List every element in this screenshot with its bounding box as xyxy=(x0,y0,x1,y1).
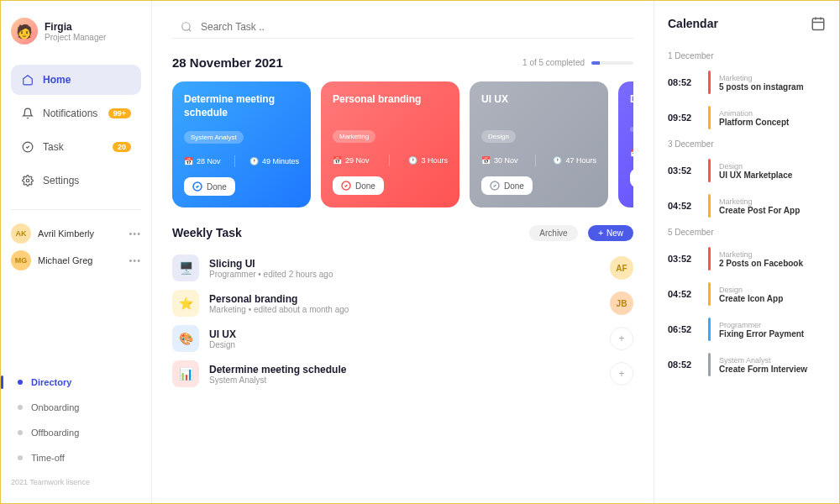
nav-home-label: Home xyxy=(43,74,71,86)
new-button[interactable]: +New xyxy=(588,225,633,241)
event-title: Platform Concept xyxy=(719,118,826,127)
team-name: Michael Greg xyxy=(38,255,92,265)
event-time: 04:52 xyxy=(668,289,700,299)
dir-directory[interactable]: Directory xyxy=(11,372,141,392)
task-type-icon: 🖥️ xyxy=(172,255,199,281)
event-time: 04:52 xyxy=(668,201,700,211)
event-time: 03:52 xyxy=(668,165,700,176)
user-block[interactable]: 🧑 Firgia Project Manager xyxy=(11,18,141,45)
card-meta: 📅29 Nov 🕐3 Hours xyxy=(333,155,448,166)
calendar-event[interactable]: 03:52 Marketing2 Posts on Facebook xyxy=(668,245,826,272)
nav-settings[interactable]: Settings xyxy=(11,165,141,196)
nav-notifications[interactable]: Notifications 99+ xyxy=(11,98,141,129)
add-button[interactable]: + xyxy=(610,362,633,386)
calendar-title: Calendar xyxy=(668,17,718,30)
calendar-event[interactable]: 06:52 ProgrammerFixing Error Payment xyxy=(668,316,826,343)
dir-offboarding[interactable]: Offboarding xyxy=(11,423,141,443)
event-color-bar xyxy=(708,282,711,306)
calendar-date-label: 1 December xyxy=(668,51,826,60)
event-category: Marketing xyxy=(719,197,826,206)
date-title: 28 November 2021 xyxy=(172,55,283,70)
task-card[interactable]: D se 📅 🕐 xyxy=(618,81,633,207)
task-card[interactable]: UI UX Design 📅30 Nov 🕐47 Hours Done xyxy=(470,81,608,207)
task-title: Slicing UI xyxy=(209,258,600,270)
event-time: 03:52 xyxy=(668,254,700,264)
nav-settings-label: Settings xyxy=(43,175,79,186)
progress-text: 1 of 5 completed xyxy=(522,58,585,67)
event-color-bar xyxy=(708,159,711,182)
dot-icon xyxy=(18,430,23,435)
event-category: Design xyxy=(719,162,826,171)
event-color-bar xyxy=(708,247,711,270)
date-header: 28 November 2021 1 of 5 completed xyxy=(172,55,633,70)
calendar-icon[interactable] xyxy=(811,16,826,31)
assignee-avatar[interactable]: AF xyxy=(610,256,633,280)
task-card[interactable]: Personal branding Marketing 📅29 Nov 🕐3 H… xyxy=(321,81,459,207)
event-title: UI UX Marketplace xyxy=(719,171,826,180)
task-title: Determine meeting schedule xyxy=(209,364,600,375)
event-title: 5 posts on instagram xyxy=(719,82,826,92)
event-color-bar xyxy=(708,353,711,376)
calendar-event[interactable]: 08:52 System AnalystCreate Form Intervie… xyxy=(668,351,826,378)
search-bar xyxy=(172,16,633,39)
calendar-event[interactable]: 04:52 MarketingCreate Post For App xyxy=(668,192,826,219)
progress-bar xyxy=(591,61,633,65)
event-color-bar xyxy=(708,194,711,218)
done-button[interactable]: Done xyxy=(481,176,533,195)
task-row[interactable]: 🖥️ Slicing UI Programmer • edited 2 hour… xyxy=(172,255,633,281)
done-button[interactable] xyxy=(630,169,633,187)
task-row[interactable]: ⭐ Personal branding Marketing • edited a… xyxy=(172,290,633,317)
event-title: Create Form Interview xyxy=(719,365,826,374)
task-badge: 20 xyxy=(113,142,131,152)
done-button[interactable]: Done xyxy=(184,177,235,196)
card-tag: Marketing xyxy=(333,130,375,143)
event-category: System Analyst xyxy=(719,356,826,365)
assignee-avatar[interactable]: JB xyxy=(610,291,633,315)
calendar-event[interactable]: 09:52 AnimationPlatform Concept xyxy=(668,104,826,131)
notifications-badge: 99+ xyxy=(108,108,131,118)
main-content: 28 November 2021 1 of 5 completed Determ… xyxy=(152,1,654,503)
dir-timeoff[interactable]: Time-off xyxy=(11,448,141,468)
more-icon[interactable]: ••• xyxy=(129,255,141,265)
calendar-event[interactable]: 03:52 DesignUI UX Marketplace xyxy=(668,157,826,184)
add-button[interactable]: + xyxy=(610,327,633,350)
nav-home[interactable]: Home xyxy=(11,65,141,95)
user-name: Firgia xyxy=(45,21,106,33)
event-title: Create Post For App xyxy=(719,206,826,215)
svg-point-1 xyxy=(26,179,29,182)
calendar-icon: 📅 xyxy=(333,156,342,165)
event-time: 06:52 xyxy=(668,324,700,334)
search-input[interactable] xyxy=(201,21,625,33)
task-row[interactable]: 🎨 UI UX Design + xyxy=(172,325,633,352)
team-member[interactable]: MGMichael Greg••• xyxy=(11,250,141,270)
calendar-icon: 📅 xyxy=(630,149,633,157)
task-row[interactable]: 📊 Determine meeting schedule System Anal… xyxy=(172,360,633,387)
search-icon xyxy=(181,21,192,33)
footer-text: 2021 Teamwork lisence xyxy=(11,478,141,486)
weekly-header: Weekly Task Archive +New xyxy=(172,224,633,241)
bell-icon xyxy=(21,107,34,120)
task-type-icon: 🎨 xyxy=(172,325,199,352)
svg-point-2 xyxy=(182,23,190,30)
team-member[interactable]: AKAvril Kimberly••• xyxy=(11,223,141,244)
card-tag: System Analyst xyxy=(184,131,244,144)
event-category: Animation xyxy=(719,109,826,118)
card-meta: 📅30 Nov 🕐47 Hours xyxy=(481,155,596,166)
archive-button[interactable]: Archive xyxy=(529,225,577,241)
task-card[interactable]: Determine meeting schedule System Analys… xyxy=(172,81,311,207)
dir-onboarding[interactable]: Onboarding xyxy=(11,397,141,417)
event-category: Design xyxy=(719,286,826,294)
calendar-icon: 📅 xyxy=(481,156,491,165)
done-button[interactable]: Done xyxy=(333,176,384,195)
task-title: UI UX xyxy=(209,328,600,340)
event-time: 08:52 xyxy=(668,360,700,370)
calendar-event[interactable]: 04:52 DesignCreate Icon App xyxy=(668,281,826,307)
nav-task[interactable]: Task 20 xyxy=(11,132,141,162)
more-icon[interactable]: ••• xyxy=(129,228,141,239)
calendar-event[interactable]: 08:52 Marketing5 posts on instagram xyxy=(668,69,826,96)
calendar-date-label: 5 December xyxy=(668,228,826,237)
dot-icon xyxy=(18,455,23,460)
main-nav: Home Notifications 99+ Task 20 Settings xyxy=(11,65,141,210)
plus-icon: + xyxy=(598,228,603,238)
task-cards: Determine meeting schedule System Analys… xyxy=(172,81,633,207)
